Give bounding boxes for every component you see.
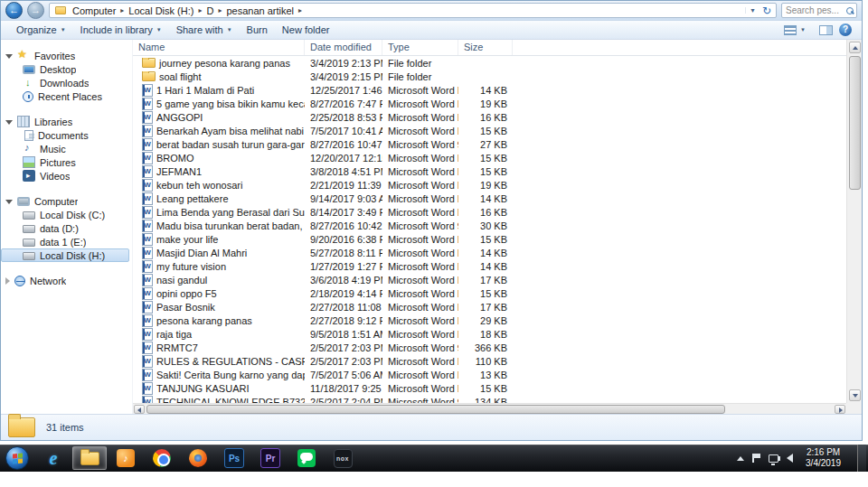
chrome-icon [153, 449, 171, 467]
horizontal-scroll-thumb[interactable] [146, 405, 725, 414]
expand-arrow-icon[interactable] [5, 200, 13, 204]
horizontal-scrollbar[interactable] [133, 403, 846, 414]
volume-icon[interactable] [787, 454, 793, 463]
sidebar-item-videos[interactable]: Videos [1, 169, 129, 183]
file-row[interactable]: Sakti! Cerita Bung karno yang dapat me..… [133, 368, 846, 381]
taskbar-line-button[interactable] [289, 446, 324, 470]
column-header-name[interactable]: Name [133, 40, 305, 55]
breadcrumb-segment[interactable]: Computer [69, 5, 119, 16]
breadcrumb-segment[interactable]: Local Disk (H:) [125, 5, 197, 16]
include-in-library-button[interactable]: Include in library ▼ [73, 23, 169, 37]
taskbar-photoshop-button[interactable]: Ps [217, 446, 251, 470]
breadcrumb-segment[interactable]: pesanan artikel [222, 5, 297, 16]
taskbar-premiere-button[interactable]: Pr [253, 446, 288, 470]
taskbar-firefox-button[interactable] [181, 446, 215, 470]
file-row[interactable]: ANGGOPI2/25/2018 8:53 PMMicrosoft Word D… [133, 110, 846, 124]
file-name-cell: kebun teh wonosari [133, 179, 305, 192]
clock[interactable]: 2:16 PM 3/4/2019 [801, 447, 845, 469]
change-view-button[interactable]: ▼ [777, 23, 813, 37]
show-hidden-icons-arrow-icon[interactable] [737, 456, 744, 461]
sidebar-group-header[interactable]: Favorites [1, 49, 132, 62]
show-desktop-button[interactable] [857, 445, 866, 472]
taskbar-explorer-button[interactable] [72, 446, 107, 470]
back-button[interactable]: ← [5, 2, 23, 19]
search-input[interactable] [786, 5, 846, 15]
preview-pane-icon[interactable] [819, 25, 833, 35]
file-type: Microsoft Word D... [382, 166, 458, 177]
column-header-size[interactable]: Size [458, 40, 513, 55]
sidebar-item-pictures[interactable]: Pictures [1, 155, 129, 169]
sidebar-item-data-1-e[interactable]: data 1 (E:) [1, 235, 129, 248]
file-row[interactable]: RULES & REGULATIONS - CASR121 & 1352/5/2… [133, 354, 846, 368]
forward-button[interactable]: → [27, 2, 44, 19]
scroll-down-arrow-icon[interactable] [849, 389, 861, 401]
file-row[interactable]: 5 game yang bisa bikin kamu kecanduan8/2… [133, 97, 846, 110]
taskbar-nox-button[interactable]: nox [326, 446, 360, 470]
sidebar-group-header[interactable]: Libraries [1, 115, 132, 128]
action-center-flag-icon[interactable] [752, 454, 760, 463]
breadcrumb-separator-icon[interactable]: ▸ [297, 6, 303, 14]
taskbar-ie-button[interactable]: e [36, 446, 71, 470]
file-row[interactable]: RRMTC72/5/2017 2:03 PMMicrosoft Word 9..… [133, 341, 846, 354]
taskbar-media-player-button[interactable] [108, 446, 143, 470]
sidebar-item-documents[interactable]: Documents [1, 128, 129, 142]
vertical-scrollbar[interactable] [846, 40, 862, 403]
start-button[interactable] [5, 446, 29, 470]
organize-button[interactable]: Organize ▼ [9, 23, 73, 37]
file-row[interactable]: Leang pettakere9/14/2017 9:03 AMMicrosof… [133, 192, 846, 205]
address-dropdown-arrow-icon[interactable]: ▼ [745, 7, 760, 14]
sidebar-group-header[interactable]: Network [1, 274, 132, 287]
word-doc-icon [142, 125, 153, 137]
file-date-modified: 12/20/2017 12:15 ... [305, 153, 382, 164]
scroll-right-arrow-icon[interactable] [835, 405, 845, 414]
sidebar-item-local-disk-c[interactable]: Local Disk (C:) [1, 208, 129, 221]
file-size: 14 KB [458, 193, 513, 204]
column-header-date-modified[interactable]: Date modified [305, 40, 382, 55]
file-row[interactable]: kebun teh wonosari2/21/2019 11:39 AMMicr… [133, 178, 846, 192]
file-row[interactable]: BROMO12/20/2017 12:15 ...Microsoft Word … [133, 151, 846, 164]
file-row[interactable]: make your life9/20/2016 6:38 PMMicrosoft… [133, 232, 846, 246]
column-header-type[interactable]: Type [382, 40, 458, 55]
sidebar-item-local-disk-h[interactable]: Local Disk (H:) [1, 248, 129, 262]
vertical-scroll-thumb[interactable] [849, 56, 861, 190]
file-row[interactable]: raja tiga9/5/2018 1:51 AMMicrosoft Word … [133, 327, 846, 341]
file-row[interactable]: 1 Hari 1 Malam di Pati12/25/2017 1:46 PM… [133, 83, 846, 97]
file-row[interactable]: my future vision1/27/2019 1:27 PMMicroso… [133, 259, 846, 273]
file-row[interactable]: TECHNICAL KNOWLEDGE B7322/5/2017 2:04 PM… [133, 395, 846, 403]
scroll-left-arrow-icon[interactable] [134, 405, 145, 414]
sidebar-item-music[interactable]: Music [1, 142, 129, 155]
scroll-up-arrow-icon[interactable] [849, 42, 861, 53]
file-row[interactable]: soal flight3/4/2019 2:15 PMFile folder [133, 70, 846, 83]
file-row[interactable]: Pasar Bosnik2/27/2018 11:08 PMMicrosoft … [133, 300, 846, 314]
search-box[interactable] [781, 3, 857, 18]
address-bar[interactable]: Computer▸Local Disk (H:)▸D▸pesanan artik… [49, 3, 777, 18]
file-row[interactable]: JEFMAN13/8/2018 4:51 PMMicrosoft Word D.… [133, 164, 846, 178]
new-folder-button[interactable]: New folder [275, 23, 337, 37]
sidebar-item-data-d[interactable]: data (D:) [1, 221, 129, 235]
file-row[interactable]: journey pesona karang panas3/4/2019 2:13… [133, 56, 846, 70]
sidebar-item-desktop[interactable]: Desktop [1, 62, 129, 76]
sidebar-group-header[interactable]: Computer [1, 194, 132, 208]
file-row[interactable]: nasi gandul3/6/2018 4:19 PMMicrosoft Wor… [133, 273, 846, 286]
expand-arrow-icon[interactable] [5, 277, 10, 285]
sidebar-item-recent-places[interactable]: Recent Places [1, 89, 129, 103]
sidebar-item-downloads[interactable]: Downloads [1, 76, 129, 89]
taskbar-chrome-button[interactable] [145, 446, 179, 470]
refresh-icon[interactable]: ↻ [760, 5, 774, 16]
file-rows: journey pesona karang panas3/4/2019 2:13… [133, 56, 846, 403]
expand-arrow-icon[interactable] [5, 120, 13, 125]
expand-arrow-icon[interactable] [5, 54, 13, 59]
breadcrumb-segment[interactable]: D [203, 5, 217, 16]
file-row[interactable]: berat badan susah turun gara-gara telat … [133, 137, 846, 151]
help-icon[interactable]: ? [839, 23, 852, 36]
share-with-button[interactable]: Share with ▼ [169, 23, 240, 37]
file-row[interactable]: opini oppo F52/18/2019 4:14 PMMicrosoft … [133, 286, 846, 300]
search-icon[interactable] [846, 7, 854, 14]
file-row[interactable]: Madu bisa turunkan berat badan, benark..… [133, 219, 846, 232]
file-row[interactable]: Masjid Dian Al Mahri5/27/2018 8:11 PMMic… [133, 246, 846, 259]
file-row[interactable]: pesona karang panas2/27/2018 9:12 PMMicr… [133, 314, 846, 327]
file-row[interactable]: Benarkah Ayam bisa melihat nabi7/5/2017 … [133, 124, 846, 137]
file-row[interactable]: Lima Benda yang Berasal dari Surga8/14/2… [133, 205, 846, 219]
file-row[interactable]: TANJUNG KASUARI11/18/2017 9:25 PMMicroso… [133, 381, 846, 395]
burn-button[interactable]: Burn [240, 23, 275, 37]
